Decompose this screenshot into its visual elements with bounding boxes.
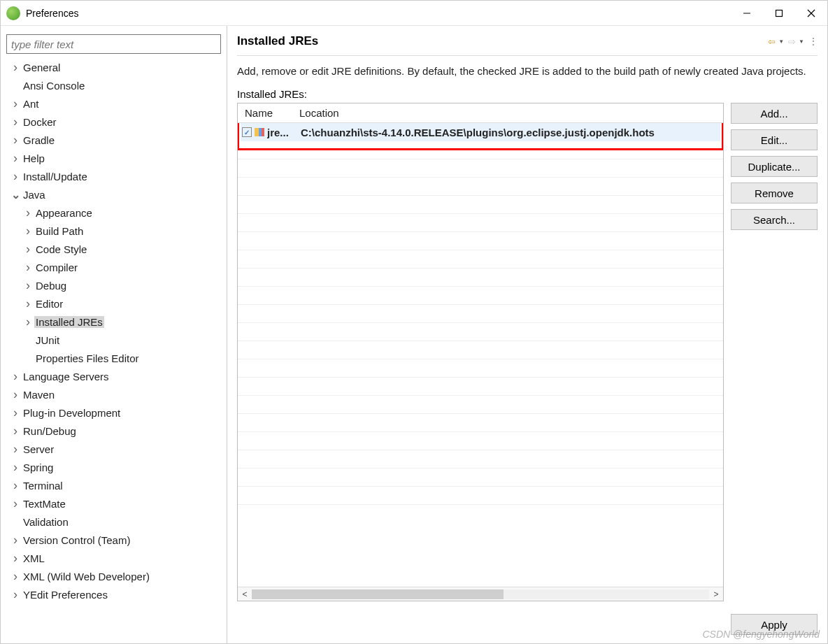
tree-item[interactable]: ›Terminal [6, 476, 221, 494]
jre-table[interactable]: Name Location ✓ jre... C:\chuanzhi\sts-4… [237, 103, 724, 601]
chevron-right-icon[interactable]: › [9, 569, 22, 584]
scroll-track[interactable] [252, 589, 709, 599]
scroll-left-icon[interactable]: < [238, 589, 252, 599]
tree-item[interactable]: ›Gradle [6, 131, 221, 149]
tree-item-label: Code Style [34, 243, 88, 255]
cell-name: jre... [267, 127, 297, 138]
tree-item[interactable]: ›JUnit [6, 331, 221, 349]
tree-item[interactable]: ›Appearance [6, 203, 221, 222]
duplicate-button[interactable]: Duplicate... [731, 156, 818, 177]
tree-item[interactable]: ›Properties Files Editor [6, 349, 221, 367]
scroll-thumb[interactable] [252, 589, 504, 599]
chevron-right-icon[interactable]: › [9, 442, 22, 457]
tree-item[interactable]: ›Installed JREs [6, 313, 221, 331]
tree-item-label: Install/Update [22, 171, 89, 183]
chevron-right-icon[interactable]: › [22, 242, 34, 257]
column-name[interactable]: Name [238, 107, 292, 119]
chevron-right-icon[interactable]: › [9, 151, 22, 166]
chevron-right-icon[interactable]: › [22, 206, 34, 220]
tree-item[interactable]: ›Language Servers [6, 367, 221, 385]
tree-item-label: XML [22, 552, 46, 564]
tree-item-label: Properties Files Editor [34, 352, 141, 364]
tree-item-label: Gradle [22, 134, 56, 146]
maximize-button[interactable] [763, 1, 795, 25]
tree-item[interactable]: ›Version Control (Team) [6, 531, 221, 549]
preferences-tree[interactable]: ›General›Ansi Console›Ant›Docker›Gradle›… [1, 58, 227, 643]
chevron-right-icon[interactable]: › [9, 551, 22, 566]
tree-item-label: Docker [22, 116, 58, 128]
remove-button[interactable]: Remove [731, 183, 818, 203]
chevron-right-icon[interactable]: › [22, 224, 34, 238]
tree-item[interactable]: ›Run/Debug [6, 422, 221, 440]
chevron-right-icon[interactable]: › [9, 496, 22, 511]
chevron-right-icon[interactable]: › [22, 315, 34, 329]
tree-item-label: Plug-in Development [22, 407, 122, 419]
tree-item[interactable]: ›Ant [6, 94, 221, 113]
tree-item[interactable]: ⌄Java [6, 185, 221, 203]
tree-item-label: Build Path [34, 225, 85, 237]
titlebar: Preferences [1, 1, 827, 26]
back-dropdown-icon[interactable]: ▼ [778, 38, 784, 45]
add-button[interactable]: Add... [731, 103, 818, 124]
tree-item[interactable]: ›Code Style [6, 240, 221, 258]
tree-item[interactable]: ›YEdit Preferences [6, 585, 221, 603]
chevron-right-icon[interactable]: › [22, 260, 34, 275]
tree-item[interactable]: ›Build Path [6, 222, 221, 240]
tree-item[interactable]: ›General [6, 58, 221, 76]
tree-item[interactable]: ›Server [6, 440, 221, 458]
chevron-right-icon[interactable]: › [22, 296, 34, 311]
chevron-right-icon[interactable]: › [9, 387, 22, 402]
chevron-right-icon[interactable]: › [9, 96, 22, 111]
chevron-right-icon[interactable]: › [9, 369, 22, 384]
tree-item[interactable]: ›Maven [6, 385, 221, 403]
chevron-right-icon[interactable]: › [9, 587, 22, 602]
chevron-right-icon[interactable]: › [9, 460, 22, 475]
close-button[interactable] [795, 1, 827, 25]
chevron-right-icon[interactable]: › [9, 406, 22, 420]
tree-item-label: XML (Wild Web Developer) [22, 571, 151, 582]
tree-item[interactable]: ›Debug [6, 276, 221, 294]
tree-item-label: Ant [22, 98, 41, 110]
column-location[interactable]: Location [292, 107, 346, 119]
chevron-right-icon[interactable]: › [9, 533, 22, 548]
chevron-right-icon[interactable]: › [9, 169, 22, 184]
tree-item[interactable]: ›TextMate [6, 494, 221, 513]
chevron-down-icon[interactable]: ⌄ [9, 188, 22, 201]
chevron-right-icon[interactable]: › [9, 115, 22, 129]
tree-item[interactable]: ›Help [6, 149, 221, 167]
tree-item-label: Language Servers [22, 371, 110, 382]
search-button[interactable]: Search... [731, 209, 818, 230]
page-title: Installed JREs [237, 34, 768, 48]
tree-item-label: Ansi Console [22, 80, 86, 92]
tree-item[interactable]: ›Install/Update [6, 167, 221, 185]
side-buttons: Add... Edit... Duplicate... Remove Searc… [731, 103, 818, 601]
minimize-button[interactable] [731, 1, 763, 25]
back-icon[interactable]: ⇦ [768, 36, 776, 47]
chevron-right-icon[interactable]: › [22, 278, 34, 293]
chevron-right-icon[interactable]: › [9, 133, 22, 148]
tree-item-label: Server [22, 443, 55, 455]
tree-item[interactable]: ›Spring [6, 458, 221, 476]
tree-item[interactable]: ›Validation [6, 513, 221, 531]
filter-input[interactable] [6, 34, 221, 54]
chevron-right-icon[interactable]: › [9, 478, 22, 493]
tree-item[interactable]: ›XML [6, 549, 221, 567]
header-toolbar: ⇦ ▼ ⇨ ▼ ⋮ [768, 36, 818, 47]
tree-item[interactable]: ›Editor [6, 294, 221, 313]
tree-item[interactable]: ›Docker [6, 113, 221, 131]
chevron-right-icon[interactable]: › [9, 424, 22, 438]
chevron-right-icon[interactable]: › [9, 60, 22, 75]
tree-item[interactable]: ›Compiler [6, 258, 221, 276]
tree-item[interactable]: ›Plug-in Development [6, 403, 221, 422]
horizontal-scrollbar[interactable]: < > [238, 587, 723, 601]
menu-icon[interactable]: ⋮ [808, 36, 818, 47]
forward-dropdown-icon[interactable]: ▼ [799, 38, 804, 45]
apply-button[interactable]: Apply [731, 614, 818, 635]
tree-item[interactable]: ›Ansi Console [6, 76, 221, 94]
scroll-right-icon[interactable]: > [709, 589, 723, 599]
table-row[interactable]: ✓ jre... C:\chuanzhi\sts-4.14.0.RELEASE\… [238, 123, 723, 141]
jre-checkbox[interactable]: ✓ [242, 127, 252, 137]
tree-item[interactable]: ›XML (Wild Web Developer) [6, 567, 221, 585]
forward-icon[interactable]: ⇨ [788, 36, 796, 47]
edit-button[interactable]: Edit... [731, 129, 818, 150]
